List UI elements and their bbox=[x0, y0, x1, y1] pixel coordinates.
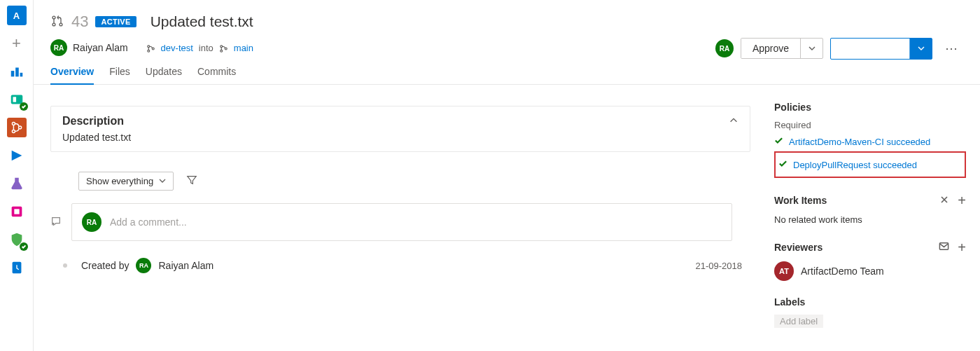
branch-icon bbox=[146, 42, 155, 53]
tab-files[interactable]: Files bbox=[109, 62, 130, 84]
comment-row: RA Add a comment... bbox=[50, 203, 763, 241]
svg-point-6 bbox=[12, 130, 15, 132]
pull-request-icon bbox=[50, 14, 64, 30]
approve-button-split: Approve bbox=[741, 38, 823, 59]
complete-label: Complete bbox=[856, 43, 898, 54]
left-navigation-rail: A + bbox=[0, 0, 34, 351]
svg-point-7 bbox=[18, 126, 21, 129]
filter-icon[interactable] bbox=[186, 174, 197, 188]
collapse-description-button[interactable] bbox=[729, 116, 738, 128]
mail-reviewers-button[interactable] bbox=[939, 241, 949, 254]
svg-point-11 bbox=[52, 16, 55, 19]
policy-link-deploy[interactable]: DeployPullRequest succeeded bbox=[793, 160, 917, 170]
target-branch-link[interactable]: main bbox=[234, 43, 253, 53]
svg-point-22 bbox=[848, 43, 850, 46]
main-area: 43 ACTIVE Updated test.txt RA Raiyan Ala… bbox=[34, 0, 980, 351]
branch-icon bbox=[219, 42, 228, 53]
complete-button-split: Complete bbox=[830, 38, 932, 60]
created-by-name: Raiyan Alam bbox=[158, 260, 214, 271]
add-workitem-button[interactable]: + bbox=[958, 193, 966, 207]
reviewer-avatar: AT bbox=[774, 261, 794, 281]
svg-point-12 bbox=[52, 23, 55, 26]
tab-commits[interactable]: Commits bbox=[197, 62, 236, 84]
created-by-row: Created by RA Raiyan Alam 21-09-2018 bbox=[63, 258, 763, 273]
into-label: into bbox=[199, 43, 214, 53]
artifacts-icon[interactable] bbox=[7, 202, 27, 221]
policy-link-ci[interactable]: ArtifactDemo-Maven-CI succeeded bbox=[789, 137, 930, 147]
side-panel: Policies Required ArtifactDemo-Maven-CI … bbox=[763, 85, 980, 351]
merge-icon bbox=[842, 43, 852, 55]
reviewer-name: ArtifactDemo Team bbox=[801, 266, 884, 277]
add-project-button[interactable]: + bbox=[7, 34, 27, 53]
settings-icon[interactable] bbox=[7, 258, 27, 277]
thread-icon bbox=[50, 216, 62, 229]
policy-item-deploy: DeployPullRequest succeeded bbox=[778, 158, 962, 172]
comment-input-box[interactable]: RA Add a comment... bbox=[71, 203, 732, 241]
description-card: Description Updated test.txt bbox=[50, 106, 750, 152]
policy-item-ci: ArtifactDemo-Maven-CI succeeded bbox=[774, 135, 966, 149]
pr-header: 43 ACTIVE Updated test.txt RA Raiyan Ala… bbox=[34, 0, 980, 85]
check-icon bbox=[778, 159, 788, 170]
show-filter-dropdown[interactable]: Show everything bbox=[78, 172, 174, 191]
svg-rect-2 bbox=[20, 73, 22, 77]
compliance-icon[interactable] bbox=[7, 230, 27, 249]
svg-point-17 bbox=[220, 46, 223, 48]
current-user-avatar[interactable]: RA bbox=[715, 39, 734, 57]
description-text: Updated test.txt bbox=[62, 132, 738, 143]
svg-rect-4 bbox=[13, 97, 16, 102]
boards-icon[interactable] bbox=[7, 90, 27, 109]
description-heading: Description bbox=[62, 115, 124, 128]
reviewers-heading: Reviewers bbox=[774, 242, 822, 253]
created-by-avatar: RA bbox=[136, 258, 151, 273]
approve-button[interactable]: Approve bbox=[741, 39, 800, 58]
more-actions-button[interactable]: ⋯ bbox=[939, 36, 963, 60]
svg-point-13 bbox=[59, 23, 62, 26]
author-name: Raiyan Alam bbox=[73, 42, 128, 53]
pr-tabs: Overview Files Updates Commits bbox=[50, 62, 963, 84]
activity-filter-row: Show everything bbox=[78, 172, 763, 191]
author-avatar: RA bbox=[50, 39, 67, 56]
pipelines-icon[interactable] bbox=[7, 146, 27, 165]
reviewers-section: Reviewers + AT ArtifactDemo Team bbox=[774, 240, 966, 281]
add-reviewer-button[interactable]: + bbox=[958, 240, 966, 254]
overview-content: Description Updated test.txt Show everyt… bbox=[36, 85, 763, 351]
clear-workitems-button[interactable] bbox=[939, 195, 949, 207]
pr-status-pill: ACTIVE bbox=[95, 16, 136, 27]
svg-point-5 bbox=[12, 122, 15, 125]
reviewer-row: AT ArtifactDemo Team bbox=[774, 261, 966, 281]
policy-highlight-box: DeployPullRequest succeeded bbox=[774, 151, 966, 178]
project-avatar[interactable]: A bbox=[7, 6, 27, 25]
labels-heading: Labels bbox=[774, 296, 966, 308]
show-filter-label: Show everything bbox=[86, 176, 153, 186]
add-label-input[interactable]: Add label bbox=[774, 315, 823, 328]
created-date: 21-09-2018 bbox=[696, 261, 743, 271]
repos-icon[interactable] bbox=[7, 118, 27, 137]
pr-number: 43 bbox=[71, 13, 88, 31]
required-label: Required bbox=[774, 120, 966, 130]
svg-point-21 bbox=[844, 48, 846, 50]
pr-title: Updated test.txt bbox=[150, 13, 253, 30]
source-branch-link[interactable]: dev-test bbox=[161, 43, 193, 53]
workitems-section: Work Items + No related work items bbox=[774, 193, 966, 225]
complete-button[interactable]: Complete bbox=[831, 39, 909, 59]
approve-dropdown[interactable] bbox=[800, 39, 822, 58]
policies-heading: Policies bbox=[774, 102, 966, 113]
svg-rect-1 bbox=[15, 68, 19, 77]
policies-section: Policies Required ArtifactDemo-Maven-CI … bbox=[774, 102, 966, 178]
svg-point-18 bbox=[220, 50, 223, 52]
check-icon bbox=[774, 136, 783, 147]
comment-avatar: RA bbox=[82, 212, 102, 232]
test-plans-icon[interactable] bbox=[7, 174, 27, 193]
dashboard-icon[interactable] bbox=[7, 62, 27, 81]
created-by-prefix: Created by bbox=[81, 260, 129, 271]
comment-placeholder: Add a comment... bbox=[110, 216, 187, 228]
labels-section: Labels Add label bbox=[774, 296, 966, 328]
svg-rect-0 bbox=[10, 71, 14, 76]
svg-point-15 bbox=[147, 50, 149, 52]
tab-updates[interactable]: Updates bbox=[146, 62, 182, 84]
workitems-empty-text: No related work items bbox=[774, 214, 966, 225]
svg-rect-9 bbox=[14, 209, 19, 214]
tab-overview[interactable]: Overview bbox=[50, 62, 94, 84]
complete-dropdown[interactable] bbox=[909, 39, 932, 59]
svg-point-14 bbox=[147, 46, 149, 48]
